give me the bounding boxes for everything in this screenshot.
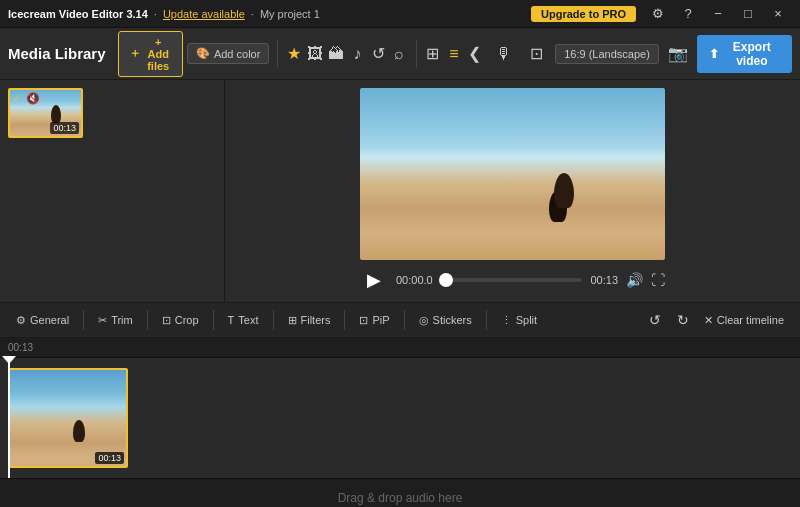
crop-label: Crop [175, 314, 199, 326]
media-panel: ✓ 🔇 00:13 [0, 80, 225, 302]
redo-button[interactable]: ↻ [670, 307, 696, 333]
update-link[interactable]: Update available [163, 8, 245, 20]
filters-btn[interactable]: ⊞ Filters [282, 311, 337, 330]
edit-sep-1 [83, 310, 84, 330]
volume-button[interactable]: 🔊 [626, 272, 643, 288]
preview-video [360, 88, 665, 260]
clear-timeline-label: Clear timeline [717, 314, 784, 326]
thumb-duration: 00:13 [50, 122, 79, 134]
title-bar-left: Icecream Video Editor 3.14 · Update avai… [8, 8, 320, 20]
crop-btn[interactable]: ⊡ Crop [156, 311, 205, 330]
add-color-button[interactable]: 🎨 Add color [187, 43, 269, 64]
upgrade-pro-button[interactable]: Upgrade to PRO [531, 6, 636, 22]
restore-button[interactable]: □ [734, 3, 762, 25]
general-btn[interactable]: ⚙ General [10, 311, 75, 330]
preview-panel: ▶ 00:00.0 00:13 🔊 ⛶ [225, 80, 800, 302]
text-label: Text [238, 314, 258, 326]
playhead[interactable] [8, 358, 10, 478]
edit-sep-6 [404, 310, 405, 330]
thumb-audio-icon: 🔇 [26, 92, 40, 105]
help-button[interactable]: ? [674, 3, 702, 25]
title-bar: Icecream Video Editor 3.14 · Update avai… [0, 0, 800, 28]
filters-icon: ⊞ [288, 314, 297, 327]
title-separator1: · [154, 8, 157, 20]
microphone-btn[interactable]: 🎙 [491, 38, 517, 70]
camera-btn[interactable]: 📷 [665, 38, 691, 70]
pip-icon: ⊡ [359, 314, 368, 327]
clip-duration: 00:13 [95, 452, 124, 464]
color-icon: 🎨 [196, 47, 210, 60]
trim-btn[interactable]: ✂ Trim [92, 311, 139, 330]
pip-btn[interactable]: ⊡ PiP [353, 311, 395, 330]
zoom-filter-btn[interactable]: ⌕ [391, 40, 408, 68]
preview-controls: ▶ 00:00.0 00:13 🔊 ⛶ [360, 266, 665, 294]
undo-redo-group: ↺ ↻ ✕ Clear timeline [642, 307, 790, 333]
edit-sep-3 [213, 310, 214, 330]
media-thumbnail[interactable]: ✓ 🔇 00:13 [8, 88, 83, 138]
grid4-view-btn[interactable]: ⊞ [424, 40, 441, 68]
right-toolbar: 🎙 ⊡ 16:9 (Landscape) 📷 ⬆ Export video [491, 35, 792, 73]
add-files-label: + Add files [145, 36, 172, 72]
edit-sep-7 [486, 310, 487, 330]
crop-icon: ⊡ [162, 314, 171, 327]
timeline-clip[interactable]: 00:13 [8, 368, 128, 468]
edit-toolbar: ⚙ General ✂ Trim ⊡ Crop T Text ⊞ Filters… [0, 302, 800, 338]
grid9-view-btn[interactable]: ≡ [445, 40, 462, 68]
add-files-button[interactable]: ＋ + Add files [118, 31, 183, 77]
undo-button[interactable]: ↺ [642, 307, 668, 333]
collapse-panel-btn[interactable]: ❮ [466, 40, 483, 68]
trim-label: Trim [111, 314, 133, 326]
close-button[interactable]: × [764, 3, 792, 25]
photo-filter-btn[interactable]: 🏔 [328, 40, 345, 68]
timeline-area: 00:13 00:13 Drag & drop audio here [0, 338, 800, 507]
split-icon: ⋮ [501, 314, 512, 327]
add-color-label: Add color [214, 48, 260, 60]
plus-icon: ＋ [129, 45, 141, 62]
edit-sep-2 [147, 310, 148, 330]
gear-icon: ⚙ [16, 314, 26, 327]
progress-knob[interactable] [439, 273, 453, 287]
clear-icon: ✕ [704, 314, 713, 327]
preview-beach-bg [360, 88, 665, 260]
export-label: Export video [724, 40, 780, 68]
settings-icon-btn[interactable]: ⚙ [644, 3, 672, 25]
text-icon: T [228, 314, 235, 326]
edit-sep-5 [344, 310, 345, 330]
content-area: ✓ 🔇 00:13 ▶ 00:00.0 00:13 🔊 ⛶ [0, 80, 800, 302]
time-total: 00:13 [590, 274, 618, 286]
image-filter-btn[interactable]: 🖼 [307, 40, 324, 68]
loop-filter-btn[interactable]: ↺ [370, 40, 387, 68]
stickers-label: Stickers [433, 314, 472, 326]
pip-label: PiP [372, 314, 389, 326]
music-filter-btn[interactable]: ♪ [349, 40, 366, 68]
timeline-header: 00:13 [0, 338, 800, 358]
text-btn[interactable]: T Text [222, 311, 265, 329]
audio-drop-label: Drag & drop audio here [338, 491, 463, 505]
title-separator2: · [251, 8, 254, 20]
clear-timeline-button[interactable]: ✕ Clear timeline [698, 307, 790, 333]
audio-drop-zone[interactable]: Drag & drop audio here [0, 478, 800, 507]
toolbar-sep-2 [416, 40, 417, 68]
split-label: Split [516, 314, 537, 326]
general-label: General [30, 314, 69, 326]
caption-btn[interactable]: ⊡ [523, 38, 549, 70]
export-video-button[interactable]: ⬆ Export video [697, 35, 792, 73]
fullscreen-button[interactable]: ⛶ [651, 272, 665, 288]
split-btn[interactable]: ⋮ Split [495, 311, 543, 330]
play-button[interactable]: ▶ [360, 266, 388, 294]
timeline-track[interactable]: 00:13 [0, 358, 800, 478]
progress-bar[interactable] [441, 278, 583, 282]
filters-label: Filters [301, 314, 331, 326]
thumb-check-icon: ✓ [12, 92, 21, 105]
edit-sep-4 [273, 310, 274, 330]
toolbar-sep-1 [277, 40, 278, 68]
project-name: My project 1 [260, 8, 320, 20]
export-icon: ⬆ [709, 47, 719, 61]
minimize-button[interactable]: − [704, 3, 732, 25]
playhead-head [2, 356, 16, 364]
stickers-btn[interactable]: ◎ Stickers [413, 311, 478, 330]
app-name: Icecream Video Editor 3.14 [8, 8, 148, 20]
title-bar-right: Upgrade to PRO ⚙ ? − □ × [531, 3, 792, 25]
star-filter-btn[interactable]: ★ [286, 40, 303, 68]
stickers-icon: ◎ [419, 314, 429, 327]
